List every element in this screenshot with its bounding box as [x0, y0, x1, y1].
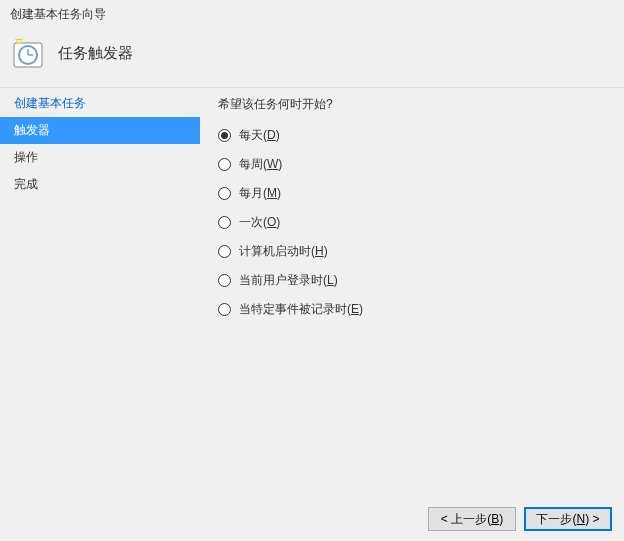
sidebar: 创建基本任务触发器操作完成 [0, 88, 200, 338]
radio-indicator [218, 274, 231, 287]
radio-label: 当特定事件被记录时(E) [239, 301, 363, 318]
sidebar-item-2[interactable]: 操作 [0, 144, 200, 171]
radio-label: 当前用户登录时(L) [239, 272, 338, 289]
content-area: 希望该任务何时开始? 每天(D)每周(W)每月(M)一次(O)计算机启动时(H)… [200, 88, 624, 338]
back-button[interactable]: < 上一步(B) [428, 507, 516, 531]
button-bar: < 上一步(B) 下一步(N) > [428, 507, 612, 531]
radio-option-1[interactable]: 每周(W) [218, 156, 606, 173]
trigger-options: 每天(D)每周(W)每月(M)一次(O)计算机启动时(H)当前用户登录时(L)当… [218, 127, 606, 318]
radio-indicator [218, 187, 231, 200]
body-section: 创建基本任务触发器操作完成 希望该任务何时开始? 每天(D)每周(W)每月(M)… [0, 87, 624, 338]
radio-label: 每天(D) [239, 127, 280, 144]
next-button[interactable]: 下一步(N) > [524, 507, 612, 531]
header-section: 任务触发器 [0, 29, 624, 87]
sidebar-item-3[interactable]: 完成 [0, 171, 200, 198]
radio-indicator [218, 158, 231, 171]
radio-option-5[interactable]: 当前用户登录时(L) [218, 272, 606, 289]
radio-indicator [218, 216, 231, 229]
window-title: 创建基本任务向导 [0, 0, 624, 29]
radio-label: 每周(W) [239, 156, 282, 173]
trigger-question: 希望该任务何时开始? [218, 96, 606, 113]
radio-option-6[interactable]: 当特定事件被记录时(E) [218, 301, 606, 318]
radio-label: 每月(M) [239, 185, 281, 202]
radio-label: 计算机启动时(H) [239, 243, 328, 260]
radio-label: 一次(O) [239, 214, 280, 231]
next-button-label: 下一步(N) > [536, 511, 599, 528]
radio-option-0[interactable]: 每天(D) [218, 127, 606, 144]
radio-option-2[interactable]: 每月(M) [218, 185, 606, 202]
sidebar-item-1[interactable]: 触发器 [0, 117, 200, 144]
radio-indicator [218, 303, 231, 316]
sidebar-item-0[interactable]: 创建基本任务 [0, 90, 200, 117]
radio-indicator [218, 245, 231, 258]
radio-indicator [218, 129, 231, 142]
back-button-label: < 上一步(B) [441, 511, 503, 528]
radio-option-3[interactable]: 一次(O) [218, 214, 606, 231]
radio-option-4[interactable]: 计算机启动时(H) [218, 243, 606, 260]
page-heading: 任务触发器 [58, 44, 133, 63]
clock-icon [12, 37, 44, 69]
